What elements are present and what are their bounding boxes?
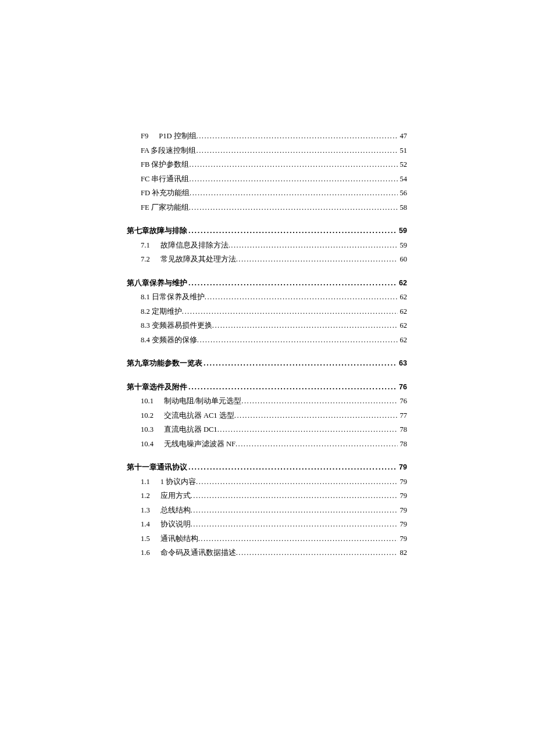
toc-sub-row: 1.5通讯帧结构 79 — [127, 535, 407, 543]
toc-entry-number: 10.3 — [141, 426, 154, 433]
toc-sub-row: FB 保护参数组 52 — [127, 161, 407, 169]
toc-entry-page: 52 — [398, 161, 408, 169]
toc-entry-page: 78 — [398, 440, 408, 448]
toc-entry-title: 1 协议内容 — [160, 478, 196, 486]
toc-leader-dots — [191, 521, 398, 528]
toc-entry-number: F9 — [141, 132, 148, 140]
toc-entry-title: FA 多段速控制组 — [141, 147, 197, 155]
toc-leader-dots — [188, 384, 397, 391]
toc-entry-page: 79 — [398, 535, 408, 543]
toc-entry-title: 8.2 定期维护 — [141, 308, 182, 316]
toc-sub-row: 1.6命令码及通讯数据描述 82 — [127, 549, 407, 557]
toc-leader-dots — [188, 227, 397, 235]
toc-entry-page: 47 — [398, 132, 408, 140]
toc-entry-number: 1.5 — [141, 535, 150, 543]
toc-entry-title: 应用方式 — [160, 492, 191, 500]
toc-sub-row: FC 串行通讯组 54 — [127, 175, 407, 183]
toc-entry-page: 56 — [398, 189, 408, 197]
toc-entry-number: 1.6 — [141, 549, 150, 557]
toc-entry-page: 79 — [398, 478, 408, 486]
toc-sub-row: 7.1故障信息及排除方法 59 — [127, 242, 407, 249]
toc-entry-page: 79 — [398, 507, 408, 514]
toc-leader-dots — [205, 293, 398, 301]
toc-leader-dots — [236, 256, 398, 263]
toc-entry-page: 62 — [398, 293, 408, 301]
toc-sub-row: 8.4 变频器的保修 62 — [127, 336, 407, 344]
toc-sub-row: 1.11 协议内容 79 — [127, 478, 407, 486]
toc-entry-title: 第十章选件及附件 — [127, 384, 187, 391]
toc-leader-dots — [229, 242, 398, 249]
toc-sub-row: 8.3 变频器易损件更换 62 — [127, 322, 407, 329]
toc-leader-dots — [197, 336, 398, 344]
toc-sub-row: 10.2交流电抗器 AC1 选型 77 — [127, 412, 407, 420]
toc-sub-row: 10.3直流电抗器 DC1 78 — [127, 426, 407, 433]
toc-chapter-row: 第七章故障与排除 59 — [127, 227, 407, 235]
toc-leader-dots — [190, 189, 397, 197]
toc-leader-dots — [212, 322, 398, 329]
toc-leader-dots — [197, 132, 398, 140]
toc-entry-page: 59 — [398, 242, 408, 249]
toc-entry-title: 第八章保养与维护 — [127, 280, 187, 287]
toc-entry-number: 7.2 — [141, 256, 150, 263]
toc-entry-page: 60 — [398, 256, 408, 263]
toc-entry-page: 62 — [398, 322, 408, 329]
toc-sub-row: FE 厂家功能组 58 — [127, 204, 407, 212]
toc-entry-page: 77 — [398, 412, 408, 420]
toc-entry-number: 1.3 — [141, 507, 150, 514]
toc-entry-title: P1D 控制组 — [159, 132, 196, 140]
toc-entry-page: 79 — [397, 464, 407, 471]
toc-sub-row: 8.1 日常保养及维护 62 — [127, 293, 407, 301]
toc-entry-number: 7.1 — [141, 242, 150, 249]
toc-leader-dots — [191, 507, 398, 514]
toc-leader-dots — [189, 161, 397, 169]
toc-leader-dots — [198, 535, 398, 543]
toc-entry-title: 协议说明 — [160, 521, 191, 528]
toc-container: F9P1D 控制组 47FA 多段速控制组 51FB 保护参数组 52FC 串行… — [127, 132, 407, 564]
toc-leader-dots — [188, 464, 397, 471]
toc-entry-page: 51 — [398, 147, 408, 155]
toc-entry-title: 通讯帧结构 — [160, 535, 198, 543]
toc-entry-title: FE 厂家功能组 — [141, 204, 189, 212]
toc-entry-title: 故障信息及排除方法 — [160, 242, 229, 249]
toc-entry-title: FC 串行通讯组 — [141, 175, 189, 183]
toc-leader-dots — [188, 280, 397, 287]
toc-entry-number: 10.1 — [141, 397, 154, 405]
toc-entry-title: 8.1 日常保养及维护 — [141, 293, 205, 301]
toc-entry-title: 无线电噪声滤波器 NF — [164, 440, 236, 448]
toc-sub-row: 1.4协议说明 79 — [127, 521, 407, 528]
toc-sub-row: FD 补充功能组 56 — [127, 189, 407, 197]
toc-entry-title: 常见故障及其处理方法 — [160, 256, 236, 263]
toc-entry-number: 10.2 — [141, 412, 154, 420]
toc-sub-row: 10.1制动电阻/制动单元选型 76 — [127, 397, 407, 405]
toc-leader-dots — [189, 175, 397, 183]
toc-entry-title: 8.4 变频器的保修 — [141, 336, 197, 344]
toc-entry-title: 8.3 变频器易损件更换 — [141, 322, 212, 329]
toc-entry-page: 59 — [397, 227, 407, 235]
toc-entry-title: 第九章功能参数一览表 — [127, 360, 202, 367]
toc-sub-row: F9P1D 控制组 47 — [127, 132, 407, 140]
toc-entry-page: 76 — [398, 397, 408, 405]
toc-chapter-row: 第十一章通讯协议 79 — [127, 464, 407, 471]
toc-chapter-row: 第十章选件及附件 76 — [127, 384, 407, 391]
toc-sub-row: 8.2 定期维护 62 — [127, 308, 407, 316]
toc-entry-page: 63 — [397, 360, 407, 367]
toc-chapter-row: 第八章保养与维护 62 — [127, 280, 407, 287]
toc-entry-title: 总线结构 — [160, 507, 191, 514]
toc-leader-dots — [217, 426, 398, 433]
toc-leader-dots — [196, 478, 398, 486]
toc-entry-page: 79 — [398, 521, 408, 528]
toc-chapter-row: 第九章功能参数一览表 63 — [127, 360, 407, 367]
toc-leader-dots — [191, 492, 398, 500]
toc-leader-dots — [236, 549, 398, 557]
toc-leader-dots — [241, 397, 397, 405]
toc-sub-row: 7.2常见故障及其处理方法 60 — [127, 256, 407, 263]
toc-entry-page: 62 — [397, 280, 407, 287]
toc-leader-dots — [234, 412, 398, 420]
toc-leader-dots — [182, 308, 398, 316]
toc-entry-number: 1.2 — [141, 492, 150, 500]
toc-entry-page: 62 — [398, 308, 408, 316]
toc-entry-number: 10.4 — [141, 440, 154, 448]
toc-entry-page: 62 — [398, 336, 408, 344]
toc-entry-page: 76 — [397, 384, 407, 391]
toc-entry-title: 交流电抗器 AC1 选型 — [164, 412, 234, 420]
